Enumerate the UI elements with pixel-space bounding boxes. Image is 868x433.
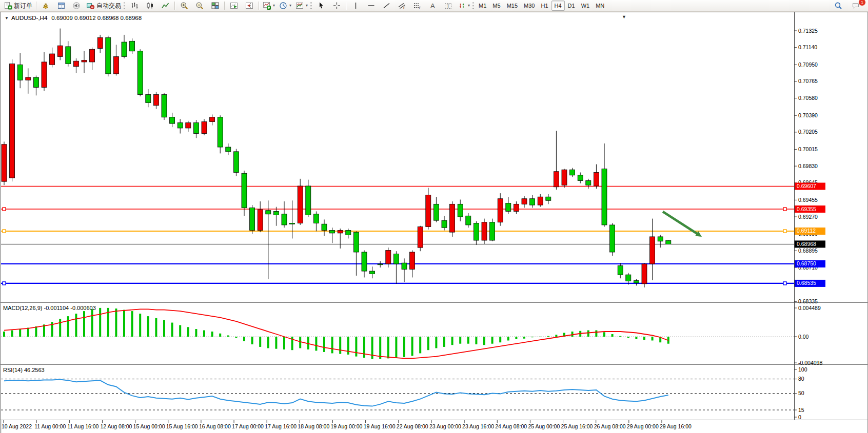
- svg-text:50: 50: [798, 390, 804, 396]
- macd-bar: [443, 337, 445, 347]
- toolbar-grip[interactable]: [310, 2, 312, 9]
- line-chart-button[interactable]: [157, 0, 173, 11]
- candle-body: [650, 237, 655, 264]
- chat-button[interactable]: 1: [848, 0, 863, 11]
- candle-body: [130, 41, 135, 51]
- candle-body: [82, 60, 87, 62]
- timeframe-button-w1[interactable]: W1: [578, 1, 593, 11]
- alerts-button[interactable]: [69, 0, 84, 11]
- dropdown-caret-icon[interactable]: ▾: [273, 4, 275, 8]
- macd-bar: [323, 337, 325, 352]
- timeframe-button-mn[interactable]: MN: [593, 1, 607, 11]
- macd-bar: [251, 337, 253, 344]
- horizontal-line-button[interactable]: [363, 0, 379, 11]
- macd-bar: [499, 337, 501, 342]
- timeframe-button-m1[interactable]: M1: [476, 1, 489, 11]
- time-axis-label: 17 Aug 00:00: [232, 423, 264, 429]
- tile-windows-button[interactable]: [207, 0, 223, 11]
- candle-body: [402, 263, 407, 269]
- crosshair-button[interactable]: [329, 0, 344, 11]
- candle-body: [433, 204, 439, 220]
- tile-windows-icon: [211, 2, 220, 10]
- hline-handle[interactable]: [3, 208, 6, 211]
- trendline-icon: [382, 2, 391, 10]
- dropdown-caret-icon[interactable]: ▾: [468, 4, 470, 8]
- svg-text:0.68750: 0.68750: [797, 260, 816, 266]
- hline-handle[interactable]: [783, 230, 786, 233]
- macd-bar: [59, 319, 61, 337]
- timeframe-button-m30[interactable]: M30: [521, 1, 538, 11]
- macd-bar: [331, 337, 333, 353]
- bar-chart-button[interactable]: [127, 0, 142, 11]
- candle-body: [113, 56, 119, 74]
- svg-text:0.70205: 0.70205: [798, 129, 818, 135]
- auto-scroll-button[interactable]: [226, 0, 242, 11]
- candle-body: [42, 62, 47, 87]
- new-order-button[interactable]: 新订单: [2, 0, 34, 11]
- hline-handle[interactable]: [3, 282, 6, 285]
- hline-handle[interactable]: [783, 282, 786, 285]
- candle-body: [106, 37, 111, 74]
- arrows-button[interactable]: ▾: [456, 0, 472, 11]
- text-button[interactable]: A: [425, 0, 440, 11]
- time-axis-label: 29 Aug 00:00: [627, 423, 659, 429]
- zoom-in-button[interactable]: [176, 0, 192, 11]
- timeframe-button-m5[interactable]: M5: [489, 1, 503, 11]
- timeframe-button-h1[interactable]: H1: [538, 1, 551, 11]
- candle-body: [322, 224, 327, 230]
- templates-button[interactable]: ▾: [293, 0, 310, 11]
- candle-body: [210, 117, 215, 122]
- svg-text:0.69455: 0.69455: [798, 197, 818, 203]
- periods-button[interactable]: ▾: [277, 0, 293, 11]
- auto-scroll-icon: [230, 2, 239, 10]
- cursor-button[interactable]: [313, 0, 329, 11]
- vertical-line-button[interactable]: [348, 0, 363, 11]
- rsi-pane[interactable]: 1008050150RSI(14) 46.2563: [1, 365, 807, 420]
- fibonacci-icon: F: [413, 2, 422, 10]
- candle-body: [137, 51, 143, 95]
- search-button[interactable]: [831, 0, 846, 11]
- hline-handle[interactable]: [3, 230, 6, 233]
- fibonacci-button[interactable]: F: [409, 0, 425, 11]
- svg-text:0.69355: 0.69355: [797, 206, 816, 212]
- auto-trading-button[interactable]: 自动交易: [84, 0, 123, 11]
- timeframe-button-d1[interactable]: D1: [565, 1, 578, 11]
- channel-button[interactable]: E: [394, 0, 409, 11]
- candle-body: [578, 175, 583, 181]
- macd-bar: [483, 337, 485, 345]
- text-label-button[interactable]: T: [440, 0, 456, 11]
- macd-bar: [315, 337, 317, 350]
- mt4-window: 新订单自动交易▾▾▾EFAT▾M1M5M15M30H1H4D1W1MN1 0.7…: [0, 0, 868, 433]
- toolbar-grip[interactable]: [124, 2, 125, 9]
- vertical-line-icon: [351, 2, 360, 10]
- timeframe-button-m15[interactable]: M15: [504, 1, 521, 11]
- time-axis-label: 19 Aug 00:00: [331, 423, 363, 429]
- text-label-icon: T: [444, 2, 452, 10]
- candle-chart-button[interactable]: [142, 0, 157, 11]
- hline-handle[interactable]: [783, 208, 786, 211]
- macd-bar: [652, 337, 654, 340]
- market-watch-button[interactable]: [38, 0, 53, 11]
- toolbar-grip[interactable]: [472, 2, 474, 9]
- candle-body: [306, 186, 311, 215]
- time-axis-label: 24 Aug 08:00: [495, 423, 527, 429]
- candle-body: [386, 250, 391, 264]
- dropdown-caret-icon[interactable]: ▾: [289, 4, 291, 8]
- svg-text:T: T: [446, 4, 449, 9]
- bar-chart-icon: [130, 2, 139, 10]
- zoom-out-button[interactable]: [192, 0, 207, 11]
- new-order-icon: [4, 2, 12, 10]
- chart-shift-button[interactable]: [242, 0, 257, 11]
- macd-bar: [179, 325, 181, 337]
- chart-canvas[interactable]: 0.713250.711400.709500.707650.705800.703…: [0, 12, 868, 433]
- indicators-button[interactable]: ▾: [261, 0, 277, 11]
- candle-body: [57, 46, 63, 56]
- dropdown-caret-icon[interactable]: ▾: [306, 4, 308, 8]
- candle-body: [193, 122, 199, 133]
- data-window-button[interactable]: [53, 0, 69, 11]
- macd-bar: [235, 337, 237, 338]
- timeframe-button-h4[interactable]: H4: [551, 1, 565, 11]
- trendline-button[interactable]: [379, 0, 394, 11]
- macd-pane[interactable]: 0.0044890.00-0.004098MACD(12,26,9) -0.00…: [1, 303, 822, 366]
- candle-body: [122, 42, 127, 56]
